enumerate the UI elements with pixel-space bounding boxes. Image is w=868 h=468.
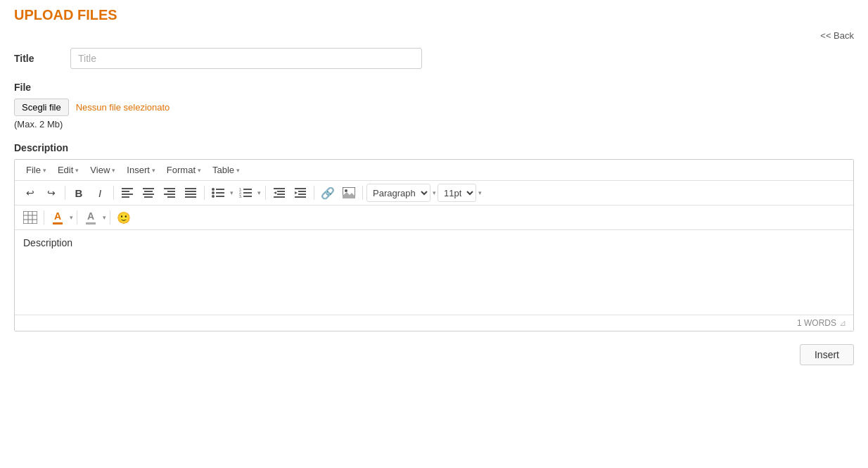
svg-rect-13 [185, 191, 196, 192]
align-center-button[interactable] [139, 184, 158, 202]
indent-button[interactable] [291, 184, 310, 202]
highlight-color-button[interactable]: A [81, 208, 101, 227]
menu-insert[interactable]: Insert ▾ [121, 163, 161, 177]
svg-rect-8 [164, 188, 175, 189]
svg-marker-32 [274, 191, 276, 194]
svg-point-20 [212, 195, 215, 198]
divider-7 [44, 210, 44, 224]
svg-rect-28 [274, 188, 285, 189]
description-label: Description [14, 142, 854, 153]
divider-3 [204, 186, 205, 200]
align-right-button[interactable] [160, 184, 179, 202]
svg-rect-23 [243, 189, 252, 190]
svg-rect-7 [144, 196, 153, 198]
back-link[interactable]: << Back [14, 30, 854, 41]
svg-rect-3 [122, 196, 129, 198]
menu-file[interactable]: File ▾ [20, 163, 52, 177]
editor-footer: 1 WORDS ⊿ [15, 315, 853, 331]
bullet-list-button[interactable] [208, 184, 228, 202]
svg-rect-1 [122, 191, 129, 192]
image-button[interactable] [339, 184, 359, 202]
svg-rect-27 [243, 196, 252, 197]
svg-rect-10 [164, 194, 175, 195]
divider-4 [265, 186, 266, 200]
max-size-text: (Max. 2 Mb) [14, 119, 854, 129]
italic-button[interactable]: I [90, 184, 110, 202]
svg-rect-31 [274, 196, 285, 198]
insert-button[interactable]: Insert [800, 344, 854, 365]
svg-rect-4 [143, 188, 154, 189]
file-label: File [14, 82, 854, 93]
svg-rect-34 [298, 191, 306, 192]
resize-handle[interactable]: ⊿ [839, 318, 846, 328]
bold-button[interactable]: B [69, 184, 89, 202]
editor-menubar: File ▾ Edit ▾ View ▾ Insert ▾ Format ▾ T… [15, 160, 853, 181]
divider-2 [113, 186, 114, 200]
svg-rect-15 [185, 196, 196, 198]
divider-8 [77, 210, 77, 224]
outdent-button[interactable] [269, 184, 289, 202]
svg-rect-41 [23, 211, 37, 224]
numbered-list-button[interactable]: 1.2.3. [236, 184, 255, 202]
svg-point-16 [212, 188, 215, 191]
menu-edit[interactable]: Edit ▾ [52, 163, 84, 177]
editor-content[interactable]: Description [15, 230, 853, 315]
svg-rect-14 [185, 194, 196, 195]
svg-rect-25 [243, 192, 252, 194]
divider-9 [110, 210, 110, 224]
svg-rect-12 [185, 188, 196, 189]
svg-rect-0 [122, 188, 133, 189]
svg-marker-40 [343, 192, 355, 198]
svg-rect-21 [216, 196, 224, 197]
svg-rect-5 [144, 191, 153, 192]
no-file-text: Nessun file selezionato [76, 102, 170, 113]
title-input[interactable] [70, 48, 422, 69]
svg-point-39 [345, 189, 347, 192]
svg-rect-9 [167, 191, 175, 192]
title-label: Title [14, 53, 56, 64]
svg-point-18 [212, 191, 215, 194]
choose-file-button[interactable]: Scegli file [14, 99, 69, 116]
menu-format[interactable]: Format ▾ [161, 163, 207, 177]
divider-1 [65, 186, 65, 200]
menu-view[interactable]: View ▾ [84, 163, 121, 177]
link-button[interactable]: 🔗 [318, 184, 338, 202]
font-size-select[interactable]: 11pt [438, 184, 476, 202]
menu-table[interactable]: Table ▾ [207, 163, 245, 177]
emoji-button[interactable]: 🙂 [114, 208, 134, 227]
svg-rect-33 [295, 188, 306, 189]
svg-rect-17 [216, 189, 224, 190]
undo-button[interactable]: ↩ [20, 184, 40, 202]
divider-5 [314, 186, 314, 200]
page-title: UPLOAD FILES [14, 7, 854, 23]
svg-rect-29 [277, 191, 285, 192]
svg-rect-19 [216, 192, 224, 194]
editor-toolbar-1: ↩ ↪ B I ▾ 1.2.3. [15, 181, 853, 205]
divider-6 [362, 186, 363, 200]
svg-rect-6 [143, 194, 154, 195]
svg-rect-11 [167, 196, 175, 198]
redo-button[interactable]: ↪ [42, 184, 61, 202]
editor-toolbar-2: A ▾ A ▾ 🙂 [15, 205, 853, 230]
svg-rect-30 [277, 194, 285, 195]
svg-text:3.: 3. [239, 194, 242, 198]
align-justify-button[interactable] [181, 184, 200, 202]
svg-rect-36 [295, 196, 306, 198]
paragraph-select[interactable]: Paragraph [366, 184, 430, 202]
svg-rect-2 [122, 194, 133, 195]
table-icon-button[interactable] [20, 208, 40, 227]
editor-wrapper: File ▾ Edit ▾ View ▾ Insert ▾ Format ▾ T… [14, 159, 854, 331]
insert-btn-row: Insert [14, 344, 854, 365]
word-count: 1 WORDS [797, 318, 836, 328]
svg-marker-37 [295, 191, 298, 194]
align-left-button[interactable] [117, 184, 137, 202]
svg-rect-35 [298, 194, 306, 195]
font-color-button[interactable]: A [48, 208, 68, 227]
